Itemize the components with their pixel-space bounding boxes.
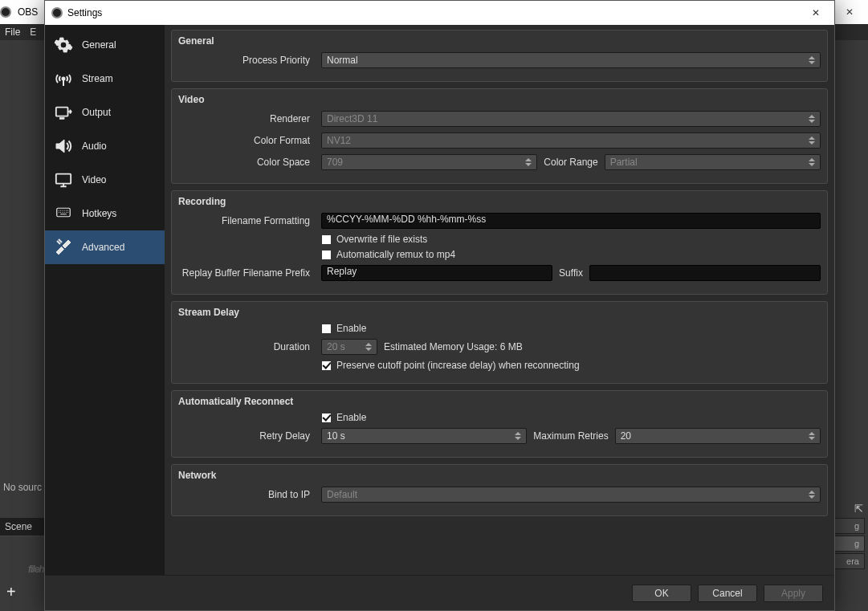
checkbox-label: Enable xyxy=(336,323,366,334)
bind-ip-label: Bind to IP xyxy=(178,489,315,500)
chevron-updown-icon xyxy=(805,133,818,148)
obs-icon xyxy=(51,7,63,18)
chevron-updown-icon xyxy=(522,155,535,169)
renderer-combo[interactable]: Direct3D 11 xyxy=(321,111,821,127)
overwrite-checkbox[interactable]: Overwrite if file exists xyxy=(321,234,821,245)
checkbox-label: Overwrite if file exists xyxy=(336,234,427,245)
chevron-updown-icon xyxy=(805,487,818,502)
max-retries-label: Maximum Retries xyxy=(533,430,608,442)
replay-prefix-input[interactable]: Replay xyxy=(321,265,552,281)
color-space-label: Color Space xyxy=(178,157,315,168)
svg-rect-3 xyxy=(56,174,71,184)
chevron-updown-icon xyxy=(805,53,818,67)
apply-button[interactable]: Apply xyxy=(764,585,823,602)
sidebar-item-output[interactable]: Output xyxy=(45,96,165,129)
sidebar-item-video[interactable]: Video xyxy=(45,163,165,197)
group-network: Network Bind to IP Default xyxy=(171,464,828,516)
stream-delay-enable-checkbox[interactable]: Enable xyxy=(321,323,821,334)
sidebar-item-stream[interactable]: Stream xyxy=(45,62,165,96)
checkbox-label: Preserve cutoff point (increase delay) w… xyxy=(336,360,580,371)
chevron-updown-icon xyxy=(805,429,818,443)
group-title: General xyxy=(178,35,821,47)
main-close-icon[interactable]: ✕ xyxy=(831,0,868,24)
replay-suffix-input[interactable] xyxy=(589,265,821,281)
process-priority-combo[interactable]: Normal xyxy=(321,52,821,68)
color-range-label: Color Range xyxy=(544,157,597,168)
group-title: Video xyxy=(178,94,821,105)
preserve-cutoff-checkbox[interactable]: Preserve cutoff point (increase delay) w… xyxy=(321,360,821,371)
sidebar-item-audio[interactable]: Audio xyxy=(45,129,165,163)
sidebar-item-label: Stream xyxy=(82,73,113,84)
max-retries-spinner[interactable]: 20 xyxy=(615,428,821,444)
gear-icon xyxy=(53,35,74,55)
bind-ip-combo[interactable]: Default xyxy=(321,487,821,503)
no-sources-label: No sourc xyxy=(3,482,42,493)
auto-remux-checkbox[interactable]: Automatically remux to mp4 xyxy=(321,249,821,260)
duration-spinner[interactable]: 20 s xyxy=(321,339,377,355)
speaker-icon xyxy=(53,136,74,157)
group-title: Stream Delay xyxy=(178,307,821,318)
keyboard-icon xyxy=(53,203,74,224)
group-reconnect: Automatically Reconnect Enable Retry Del… xyxy=(171,390,828,458)
group-title: Network xyxy=(178,470,821,481)
replay-prefix-label: Replay Buffer Filename Prefix xyxy=(178,267,315,279)
group-stream-delay: Stream Delay Enable Duration 20 s Estima… xyxy=(171,301,828,384)
sidebar-item-general[interactable]: General xyxy=(45,28,165,62)
tools-icon xyxy=(53,237,74,258)
sidebar-item-advanced[interactable]: Advanced xyxy=(45,230,165,264)
monitor-icon xyxy=(53,169,74,190)
sidebar-item-label: General xyxy=(82,39,116,51)
sidebar-item-label: Hotkeys xyxy=(82,208,116,219)
retry-delay-spinner[interactable]: 10 s xyxy=(321,428,527,444)
color-range-combo[interactable]: Partial xyxy=(605,154,821,170)
dialog-footer: OK Cancel Apply xyxy=(45,575,834,610)
suffix-label: Suffix xyxy=(559,267,583,279)
add-scene-button[interactable]: + xyxy=(6,583,16,601)
chevron-updown-icon xyxy=(805,155,818,169)
anchor-icon[interactable]: ⇱ xyxy=(854,503,863,515)
reconnect-enable-checkbox[interactable]: Enable xyxy=(321,412,821,423)
checkbox-icon xyxy=(321,250,332,260)
chevron-updown-icon xyxy=(362,340,375,354)
checkbox-label: Automatically remux to mp4 xyxy=(336,249,455,260)
sidebar-item-hotkeys[interactable]: Hotkeys xyxy=(45,197,165,230)
renderer-label: Renderer xyxy=(178,113,315,124)
checkbox-label: Enable xyxy=(336,412,366,423)
group-title: Recording xyxy=(178,196,821,207)
close-button[interactable]: ✕ xyxy=(797,1,834,25)
color-format-combo[interactable]: NV12 xyxy=(321,132,821,149)
ok-button[interactable]: OK xyxy=(632,585,691,602)
filename-format-label: Filename Formatting xyxy=(178,215,315,226)
dialog-titlebar: Settings ✕ xyxy=(45,1,834,25)
checkbox-icon xyxy=(321,360,332,371)
checkbox-icon xyxy=(321,234,332,245)
duration-label: Duration xyxy=(178,341,315,352)
menu-file[interactable]: File xyxy=(5,26,20,38)
sidebar: General Stream Output Audio xyxy=(45,25,165,575)
svg-rect-1 xyxy=(56,108,68,116)
group-video: Video Renderer Direct3D 11 Color Format … xyxy=(171,88,828,184)
filename-format-input[interactable]: %CCYY-%MM-%DD %hh-%mm-%ss xyxy=(321,213,821,229)
output-icon xyxy=(53,102,74,123)
settings-content: General Process Priority Normal Video Re… xyxy=(165,25,834,575)
sidebar-item-label: Advanced xyxy=(82,242,124,253)
dialog-title: Settings xyxy=(67,7,102,18)
menu-item[interactable]: E xyxy=(30,26,36,38)
sidebar-item-label: Output xyxy=(82,107,111,118)
process-priority-label: Process Priority xyxy=(178,55,315,66)
color-space-combo[interactable]: 709 xyxy=(321,154,537,170)
scene-item[interactable]: Scene xyxy=(0,518,44,536)
group-general: General Process Priority Normal xyxy=(171,30,828,82)
main-title: OBS xyxy=(18,6,38,18)
retry-delay-label: Retry Delay xyxy=(178,430,315,442)
antenna-icon xyxy=(53,68,74,89)
group-recording: Recording Filename Formatting %CCYY-%MM-… xyxy=(171,190,828,295)
cancel-button[interactable]: Cancel xyxy=(698,585,757,602)
checkbox-icon xyxy=(321,324,332,334)
svg-rect-2 xyxy=(59,117,64,119)
obs-icon xyxy=(0,6,11,18)
chevron-updown-icon xyxy=(805,112,818,126)
color-format-label: Color Format xyxy=(178,135,315,146)
checkbox-icon xyxy=(321,413,332,423)
settings-dialog: Settings ✕ General Stream Out xyxy=(44,0,835,611)
